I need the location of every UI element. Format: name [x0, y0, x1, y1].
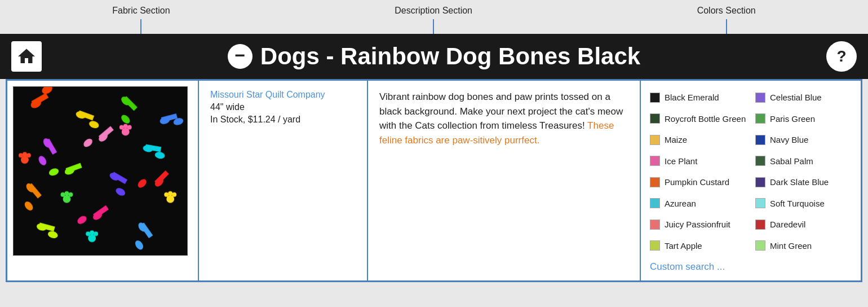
- help-button[interactable]: ?: [826, 41, 857, 72]
- color-name: Black Emerald: [665, 93, 719, 102]
- svg-point-45: [64, 191, 69, 196]
- color-name: Dark Slate Blue: [770, 177, 829, 187]
- color-item: Roycroft Bottle Green: [650, 110, 746, 128]
- fabric-divider-line: [140, 19, 141, 34]
- svg-point-60: [19, 153, 23, 157]
- page-title: − Dogs - Rainbow Dog Bones Black: [42, 43, 826, 70]
- color-name: Juicy Passionfruit: [665, 220, 730, 229]
- color-swatch: [650, 220, 660, 230]
- color-item: Black Emerald: [650, 89, 746, 107]
- svg-point-53: [168, 191, 172, 196]
- custom-search-link[interactable]: Custom search ...: [650, 261, 852, 273]
- color-swatch: [650, 113, 660, 124]
- color-item: Azurean: [650, 195, 746, 213]
- fabric-image: [13, 86, 188, 256]
- svg-point-46: [68, 192, 73, 197]
- color-name: Maize: [665, 135, 687, 144]
- color-item: Sabal Palm: [755, 152, 852, 170]
- svg-point-54: [172, 192, 176, 197]
- header-bar: − Dogs - Rainbow Dog Bones Black ?: [0, 34, 868, 79]
- colors-grid: Black EmeraldCelestial BlueRoycroft Bott…: [650, 89, 852, 255]
- svg-point-52: [164, 192, 169, 197]
- fabric-stock: In Stock, $11.24 / yard: [210, 115, 356, 125]
- color-item: Juicy Passionfruit: [650, 216, 746, 234]
- svg-point-48: [119, 125, 124, 130]
- color-item: Mint Green: [755, 237, 852, 255]
- colors-section: Black EmeraldCelestial BlueRoycroft Bott…: [641, 81, 861, 280]
- color-name: Sabal Palm: [770, 156, 813, 166]
- color-item: Paris Green: [755, 110, 852, 128]
- color-name: Pumpkin Custard: [665, 177, 729, 187]
- color-name: Tart Apple: [665, 241, 702, 251]
- svg-point-58: [94, 231, 98, 236]
- svg-point-61: [23, 152, 27, 156]
- svg-point-49: [123, 124, 128, 129]
- vendor-link[interactable]: Missouri Star Quilt Company: [210, 90, 356, 100]
- color-name: Ice Plant: [665, 156, 697, 166]
- color-swatch: [755, 93, 765, 103]
- color-swatch: [755, 198, 765, 208]
- color-swatch: [755, 156, 765, 166]
- color-swatch: [650, 198, 660, 208]
- svg-point-50: [127, 125, 132, 130]
- color-name: Mint Green: [770, 241, 812, 251]
- color-item: Ice Plant: [650, 152, 746, 170]
- description-divider-line: [433, 19, 434, 34]
- color-item: Navy Blue: [755, 131, 852, 149]
- svg-point-44: [60, 192, 65, 197]
- description-section: Vibrant rainbow dog bones and paw prints…: [368, 81, 641, 280]
- color-swatch: [650, 240, 660, 251]
- fabric-canvas: [14, 87, 187, 255]
- colors-section-label: Colors Section: [697, 6, 756, 34]
- color-swatch: [755, 220, 765, 230]
- color-swatch: [755, 135, 765, 145]
- color-name: Daredevil: [770, 220, 805, 229]
- color-name: Soft Turquoise: [770, 199, 825, 208]
- svg-point-62: [26, 153, 31, 157]
- color-swatch: [650, 93, 660, 103]
- color-item: Tart Apple: [650, 237, 746, 255]
- fabric-section: [7, 81, 199, 280]
- color-name: Celestial Blue: [770, 93, 822, 102]
- color-item: Daredevil: [755, 216, 852, 234]
- color-swatch: [650, 135, 660, 145]
- color-item: Dark Slate Blue: [755, 173, 852, 191]
- color-item: Maize: [650, 131, 746, 149]
- color-swatch: [755, 177, 765, 187]
- color-item: Pumpkin Custard: [650, 173, 746, 191]
- color-name: Paris Green: [770, 114, 815, 124]
- color-name: Azurean: [665, 199, 696, 208]
- info-section: Missouri Star Quilt Company 44" wide In …: [199, 81, 368, 280]
- svg-point-57: [90, 230, 94, 235]
- description-text: Vibrant rainbow dog bones and paw prints…: [379, 91, 623, 146]
- description-section-label: Description Section: [395, 6, 472, 34]
- fabric-width: 44" wide: [210, 102, 356, 112]
- color-name: Navy Blue: [770, 135, 808, 144]
- color-item: Celestial Blue: [755, 89, 852, 107]
- svg-point-56: [86, 231, 90, 236]
- main-content: Missouri Star Quilt Company 44" wide In …: [6, 79, 862, 282]
- color-swatch: [650, 177, 660, 187]
- home-icon: [16, 46, 37, 67]
- color-swatch: [755, 113, 765, 124]
- colors-divider-line: [726, 19, 727, 34]
- home-button[interactable]: [11, 41, 42, 72]
- color-name: Roycroft Bottle Green: [665, 114, 746, 124]
- minus-circle-icon[interactable]: −: [228, 44, 253, 69]
- color-swatch: [755, 240, 765, 251]
- fabric-section-label: Fabric Section: [112, 6, 170, 34]
- color-item: Soft Turquoise: [755, 195, 852, 213]
- color-swatch: [650, 156, 660, 166]
